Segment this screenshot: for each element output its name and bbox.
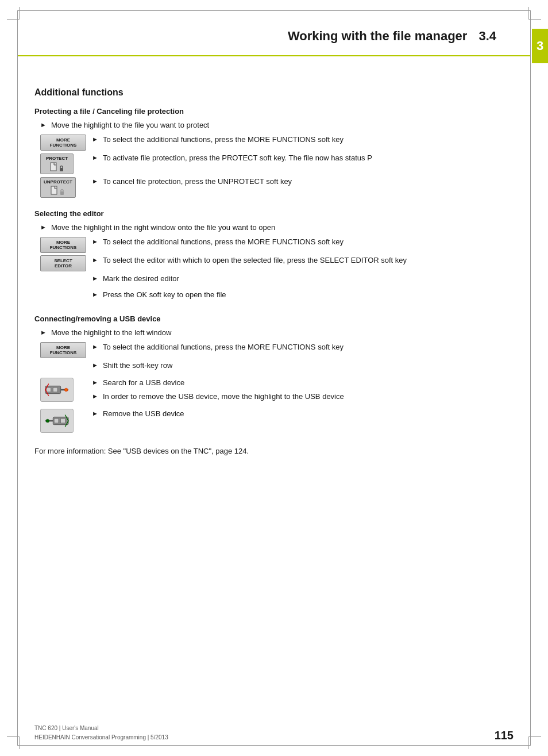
arrow-icon: ► [92, 154, 98, 161]
usb-shift-bullets: ► Shift the soft-key row [86, 360, 514, 374]
border-top [17, 10, 531, 11]
editor-bullet1-bullets: ► Mark the desired editor [86, 274, 514, 287]
editor-select-text: To select the editor with which to open … [103, 255, 514, 266]
protect-unprotect-bullet: ► To cancel file protection, press the U… [86, 176, 514, 187]
footer-note-text: For more information: See "USB devices o… [34, 446, 514, 457]
svg-rect-6 [53, 387, 57, 392]
svg-rect-11 [61, 419, 65, 423]
svg-rect-10 [54, 419, 59, 423]
unprotect-btn-icon [51, 186, 65, 195]
editor-bullet0: ► Move the highlight in the right window… [34, 222, 514, 233]
usb-bullet0: ► Move the highlight to the left window [34, 328, 514, 339]
arrow-icon: ► [92, 275, 98, 282]
editor-more-bullet: ► To select the additional functions, pr… [86, 237, 514, 248]
usb-remove-bullets: ► Remove the USB device [86, 409, 514, 423]
protect-more-text: To select the additional functions, pres… [103, 135, 514, 145]
lock-svg-icon [59, 165, 64, 172]
page-number: 115 [495, 729, 514, 742]
svg-rect-1 [60, 168, 63, 171]
usb-shift-text: Shift the soft-key row [103, 360, 514, 371]
editor-softkey2-bullets: ► To select the editor with which to ope… [86, 255, 514, 269]
protect-protect-bullet: ► To activate file protection, press the… [86, 153, 514, 164]
section-number: 3.4 [478, 29, 496, 44]
protect-softkey1-row: MOREFUNCTIONS ► To select the additional… [34, 135, 514, 151]
border-bottom [17, 745, 531, 746]
arrow-icon: ► [92, 291, 98, 298]
arrow-icon: ► [92, 238, 98, 245]
usb-shift-bullet: ► Shift the soft-key row [86, 360, 514, 371]
subsection-usb-title: Connecting/removing a USB device [34, 314, 514, 323]
svg-rect-0 [51, 163, 56, 171]
editor-bullet1-row: ► Mark the desired editor [34, 274, 514, 287]
usb-remove-bullet: ► Remove the USB device [86, 409, 514, 420]
main-content: Additional functions Protecting a file /… [34, 56, 514, 457]
unprotect-btn[interactable]: UNPROTECT [40, 177, 76, 198]
page-header: Working with the file manager 3.4 [17, 11, 531, 56]
page-footer: TNC 620 | User's Manual HEIDENHAIN Conve… [34, 724, 514, 742]
protect-protect-text: To activate file protection, press the P… [103, 153, 514, 164]
lock-open-svg-icon [59, 189, 65, 195]
usb-search-bullets: ► Search for a USB device ► In order to … [86, 378, 514, 405]
usb-search-text: Search for a USB device [103, 378, 514, 389]
usb-softkey1-bullets: ► To select the additional functions, pr… [86, 342, 514, 356]
subsection-editor-title: Selecting the editor [34, 209, 514, 218]
protect-softkey2-bullets: ► To activate file protection, press the… [86, 153, 514, 167]
page-title: Working with the file manager [288, 29, 468, 44]
protect-btn[interactable]: PROTECT [40, 153, 74, 174]
usb-search-bullet: ► Search for a USB device [86, 378, 514, 389]
editor-mark-text: Mark the desired editor [103, 274, 514, 285]
more-functions-btn-2[interactable]: MOREFUNCTIONS [40, 237, 86, 253]
footer-line2: HEIDENHAIN Conversational Programming | … [34, 733, 168, 742]
protect-more-bullet: ► To select the additional functions, pr… [86, 135, 514, 145]
editor-softkey2-row: SELECTEDITOR ► To select the editor with… [34, 255, 514, 271]
border-right [530, 10, 531, 746]
chapter-number: 3 [537, 39, 543, 53]
protect-softkey3-bullets: ► To cancel file protection, press the U… [86, 176, 514, 190]
usb-search-icon [40, 378, 74, 402]
footer-note: For more information: See "USB devices o… [34, 446, 514, 457]
usb-bullet0-text: Move the highlight to the left window [51, 328, 514, 339]
more-functions-btn-1[interactable]: MOREFUNCTIONS [40, 135, 86, 151]
protect-softkey2-col: PROTECT [40, 153, 86, 174]
protect-softkey3-col: UNPROTECT [40, 176, 86, 198]
footer-left: TNC 620 | User's Manual HEIDENHAIN Conve… [34, 724, 168, 742]
usb-remove-row: ► Remove the USB device [34, 409, 514, 435]
chapter-tab: 3 [532, 29, 548, 63]
editor-softkey1-col: MOREFUNCTIONS [40, 237, 86, 253]
protect-softkey3-row: UNPROTECT ► To cancel file protection, p… [34, 176, 514, 198]
file-svg-icon [50, 162, 58, 172]
editor-bullet0-text: Move the highlight in the right window o… [51, 222, 514, 233]
usb-inorder-text: In order to remove the USB device, move … [103, 392, 514, 402]
editor-bullet2-row: ► Press the OK soft key to open the file [34, 290, 514, 304]
editor-softkey2-col: SELECTEDITOR [40, 255, 86, 271]
usb-more-text: To select the additional functions, pres… [103, 342, 514, 353]
usb-remove-col [40, 409, 86, 435]
usb-remove-text: Remove the USB device [103, 409, 514, 420]
usb-shift-row: ► Shift the soft-key row [34, 360, 514, 374]
editor-softkey1-row: MOREFUNCTIONS ► To select the additional… [34, 237, 514, 253]
more-functions-btn-3[interactable]: MOREFUNCTIONS [40, 342, 86, 358]
protect-softkey2-row: PROTECT ► To activate fi [34, 153, 514, 174]
unprotect-btn-label: UNPROTECT [44, 179, 72, 185]
border-left [17, 10, 18, 746]
protect-unprotect-text: To cancel file protection, press the UNP… [103, 176, 514, 187]
svg-rect-2 [51, 186, 57, 194]
arrow-icon: ► [92, 379, 98, 386]
protect-softkey1-col: MOREFUNCTIONS [40, 135, 86, 151]
footer-line1: TNC 620 | User's Manual [34, 724, 168, 733]
usb-remove-icon [40, 409, 74, 433]
select-editor-btn[interactable]: SELECTEDITOR [40, 255, 86, 271]
arrow-icon: ► [92, 393, 98, 400]
arrow-icon: ► [92, 343, 98, 350]
editor-ok-bullet: ► Press the OK soft key to open the file [86, 290, 514, 301]
arrow-icon: ► [40, 329, 47, 336]
protect-bullet0: ► Move the highlight to the file you wan… [34, 120, 514, 131]
svg-rect-3 [60, 191, 64, 195]
arrow-icon: ► [92, 410, 98, 417]
subsection-protect-title: Protecting a file / Canceling file prote… [34, 107, 514, 116]
svg-rect-5 [47, 387, 51, 392]
arrow-icon: ► [92, 178, 98, 185]
file-svg-icon2 [51, 186, 59, 195]
usb-more-bullet: ► To select the additional functions, pr… [86, 342, 514, 353]
svg-point-8 [64, 388, 68, 392]
